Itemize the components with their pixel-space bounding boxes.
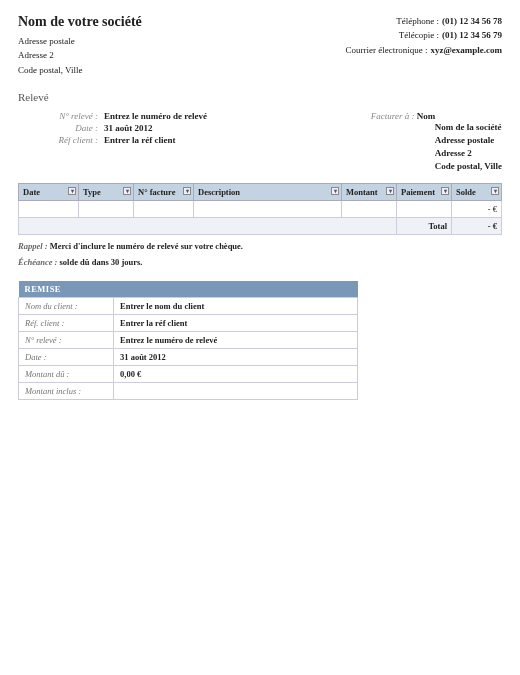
- cell-payment: [397, 201, 452, 218]
- filter-icon[interactable]: ▾: [491, 187, 499, 195]
- remise-amount-incl-value: [114, 383, 358, 400]
- col-amount-label: Montant: [346, 187, 378, 197]
- billto-addr2: Adresse 2: [435, 147, 502, 160]
- custref-value: Entrer la réf client: [104, 135, 175, 145]
- header: Nom de votre société Adresse postale Adr…: [18, 14, 502, 77]
- remise-block: REMISE Nom du client :Entrer le nom du c…: [18, 281, 358, 400]
- meta-left: N° relevé :Entrez le numéro de relevé Da…: [36, 111, 207, 173]
- meta-row: N° relevé :Entrez le numéro de relevé Da…: [18, 111, 502, 173]
- filter-icon[interactable]: ▾: [331, 187, 339, 195]
- total-label: Total: [397, 218, 452, 235]
- filter-icon[interactable]: ▾: [183, 187, 191, 195]
- phone-label: Téléphone :: [396, 16, 439, 26]
- company-address1: Adresse postale: [18, 34, 142, 48]
- cell-amount: [342, 201, 397, 218]
- cell-date: [19, 201, 79, 218]
- col-invoice[interactable]: N° facture▾: [134, 184, 194, 201]
- col-balance-label: Solde: [456, 187, 476, 197]
- col-type-label: Type: [83, 187, 101, 197]
- col-payment[interactable]: Paiement▾: [397, 184, 452, 201]
- filter-icon[interactable]: ▾: [68, 187, 76, 195]
- email-label: Courrier électronique :: [345, 45, 427, 55]
- cell-balance: - €: [452, 201, 502, 218]
- remise-amount-due-value: 0,00 €: [114, 366, 358, 383]
- statement-no-value: Entrez le numéro de relevé: [104, 111, 207, 121]
- billto-cityzip: Code postal, Ville: [435, 160, 502, 173]
- reminder-text: Merci d'inclure le numéro de relevé sur …: [50, 241, 243, 251]
- filter-icon[interactable]: ▾: [123, 187, 131, 195]
- meta-date-value: 31 août 2012: [104, 123, 153, 133]
- remise-amount-due-label: Montant dû :: [19, 366, 114, 383]
- filter-icon[interactable]: ▾: [441, 187, 449, 195]
- remise-statement-no-value: Entrez le numéro de relevé: [114, 332, 358, 349]
- statement-no-label: N° relevé :: [36, 111, 98, 121]
- remise-date-value: 31 août 2012: [114, 349, 358, 366]
- col-date-label: Date: [23, 187, 40, 197]
- col-balance[interactable]: Solde▾: [452, 184, 502, 201]
- meta-date-label: Date :: [36, 123, 98, 133]
- due-note: Échéance : solde dû dans 30 jours.: [18, 257, 502, 267]
- remise-row: Date :31 août 2012: [19, 349, 358, 366]
- billto-company: Nom de la société: [435, 121, 502, 134]
- company-block: Nom de votre société Adresse postale Adr…: [18, 14, 142, 77]
- company-cityzip: Code postal, Ville: [18, 63, 142, 77]
- remise-amount-incl-label: Montant inclus :: [19, 383, 114, 400]
- remise-row: Montant inclus :: [19, 383, 358, 400]
- table-row: - €: [19, 201, 502, 218]
- col-amount[interactable]: Montant▾: [342, 184, 397, 201]
- reminder-label: Rappel :: [18, 241, 48, 251]
- meta-right: Facturer à : Nom Nom de la société Adres…: [371, 111, 502, 173]
- cell-type: [79, 201, 134, 218]
- billto-addr1: Adresse postale: [435, 134, 502, 147]
- remise-statement-no-label: N° relevé :: [19, 332, 114, 349]
- remise-client-name-label: Nom du client :: [19, 298, 114, 315]
- col-description[interactable]: Description▾: [194, 184, 342, 201]
- reminder-note: Rappel : Merci d'inclure le numéro de re…: [18, 241, 502, 251]
- col-description-label: Description: [198, 187, 240, 197]
- billto-label: Facturer à :: [371, 111, 415, 121]
- table-header-row: Date▾ Type▾ N° facture▾ Description▾ Mon…: [19, 184, 502, 201]
- remise-title: REMISE: [19, 281, 358, 298]
- custref-label: Réf client :: [36, 135, 98, 145]
- col-date[interactable]: Date▾: [19, 184, 79, 201]
- filter-icon[interactable]: ▾: [386, 187, 394, 195]
- company-address2: Adresse 2: [18, 48, 142, 62]
- contact-block: Téléphone :(01) 12 34 56 78 Télécopie :(…: [345, 14, 502, 77]
- remise-row: N° relevé :Entrez le numéro de relevé: [19, 332, 358, 349]
- remise-row: Nom du client :Entrer le nom du client: [19, 298, 358, 315]
- total-row: Total - €: [19, 218, 502, 235]
- col-invoice-label: N° facture: [138, 187, 175, 197]
- phone-value: (01) 12 34 56 78: [442, 16, 502, 26]
- remise-table: REMISE Nom du client :Entrer le nom du c…: [18, 281, 358, 400]
- cell-invoice: [134, 201, 194, 218]
- fax-value: (01) 12 34 56 79: [442, 30, 502, 40]
- due-text: solde dû dans 30 jours.: [60, 257, 143, 267]
- remise-client-ref-label: Réf. client :: [19, 315, 114, 332]
- section-title: Relevé: [18, 91, 502, 103]
- statement-table: Date▾ Type▾ N° facture▾ Description▾ Mon…: [18, 183, 502, 235]
- total-value: - €: [452, 218, 502, 235]
- fax-label: Télécopie :: [399, 30, 439, 40]
- remise-client-name-value: Entrer le nom du client: [114, 298, 358, 315]
- billto-name: Nom: [417, 111, 436, 121]
- company-name: Nom de votre société: [18, 14, 142, 30]
- remise-row: Montant dû :0,00 €: [19, 366, 358, 383]
- col-payment-label: Paiement: [401, 187, 435, 197]
- due-label: Échéance :: [18, 257, 57, 267]
- remise-row: Réf. client :Entrer la réf client: [19, 315, 358, 332]
- total-spacer: [19, 218, 397, 235]
- col-type[interactable]: Type▾: [79, 184, 134, 201]
- email-value: xyz@example.com: [430, 45, 502, 55]
- remise-client-ref-value: Entrer la réf client: [114, 315, 358, 332]
- cell-description: [194, 201, 342, 218]
- remise-date-label: Date :: [19, 349, 114, 366]
